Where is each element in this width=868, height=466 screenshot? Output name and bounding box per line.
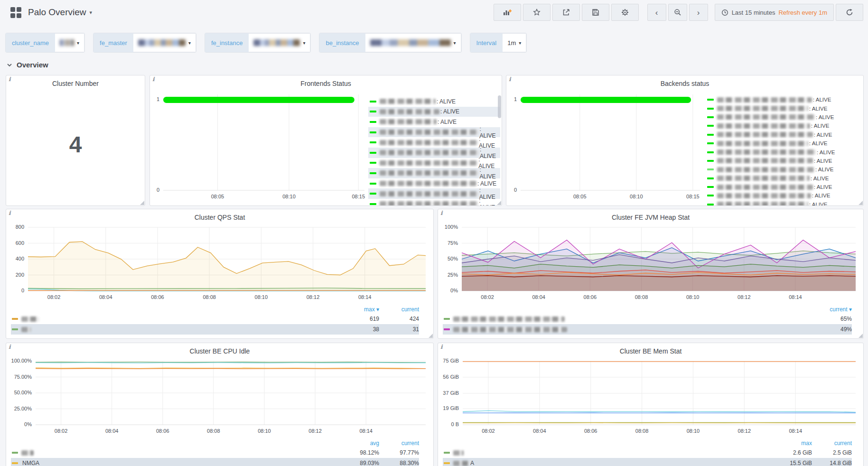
status-legend-row[interactable]: : ALIVE — [706, 95, 860, 104]
legend-row[interactable]: NMGA89.03%88.30% — [11, 458, 419, 466]
axis-tick-label: 08:08 — [196, 294, 223, 300]
legend-row[interactable]: 98.12%97.77% — [11, 447, 419, 458]
status-legend-row[interactable]: : ALIVE — [706, 174, 860, 183]
axis-tick-label: 08:15 — [345, 194, 372, 199]
resize-handle[interactable] — [859, 334, 863, 338]
resize-handle[interactable] — [429, 334, 433, 338]
resize-handle[interactable] — [497, 201, 501, 205]
status-legend-row[interactable]: : ALIVE — [368, 96, 500, 107]
zoom-out-icon — [674, 9, 681, 16]
jvm-heap-chart[interactable]: 08:0208:0408:0608:0808:1008:1208:14100%7… — [440, 224, 860, 301]
status-legend-row[interactable]: : ALIVE — [706, 113, 860, 121]
variable-fe-master[interactable]: fe_master ▾ — [93, 33, 196, 52]
panel-title[interactable]: Frontends Status — [150, 80, 502, 87]
status-legend-row[interactable]: : ALIVE — [706, 121, 860, 130]
row-title: Overview — [17, 61, 48, 69]
status-legend-row[interactable]: : ALIVE — [368, 168, 500, 178]
legend-row[interactable]: 49% — [443, 324, 852, 335]
legend-sort-column[interactable]: current — [379, 440, 419, 447]
redacted-host-name — [380, 140, 478, 145]
series-color-dash — [370, 183, 376, 185]
star-dashboard-button[interactable] — [523, 4, 551, 21]
status-legend-row[interactable]: : ALIVE — [706, 191, 860, 200]
legend-sort-column[interactable]: current — [812, 440, 852, 447]
cpu-idle-chart[interactable]: 08:0208:0408:0608:0808:1008:1208:14100.0… — [8, 357, 430, 435]
qps-chart[interactable]: 08:0208:0408:0608:0808:1008:1208:1480060… — [8, 224, 430, 301]
status-legend-row[interactable]: : ALIVE — [368, 199, 500, 206]
dashboard-title-caret-icon[interactable]: ▾ — [90, 9, 93, 16]
variable-be-instance[interactable]: be_instance ▾ — [319, 33, 461, 52]
time-range-label: Last 15 minutes — [732, 9, 775, 16]
status-legend-row[interactable]: : ALIVE — [706, 200, 860, 206]
panel-be-mem-stat: i Cluster BE Mem Stat 08:0208:0408:0608:… — [438, 343, 864, 466]
backends-status-chart[interactable]: 08:0508:1008:1510 — [510, 88, 702, 204]
legend-row[interactable]: 3831 — [11, 324, 419, 335]
panel-title[interactable]: Cluster BE CPU Idle — [6, 347, 433, 355]
jvm-legend: current ▾65%49% — [443, 305, 852, 335]
grafana-apps-icon[interactable] — [10, 7, 21, 18]
legend-sort-column[interactable]: current — [379, 306, 419, 313]
status-legend-row[interactable]: : ALIVE — [706, 165, 860, 174]
legend-row[interactable]: 2.6 GiB2.5 GiB — [443, 447, 852, 458]
panel-title[interactable]: Cluster QPS Stat — [6, 214, 433, 221]
panel-title[interactable]: Cluster BE Mem Stat — [438, 347, 863, 355]
redacted-host-name — [717, 106, 808, 111]
status-legend-row[interactable]: : ALIVE — [706, 104, 860, 112]
redacted-host-name — [717, 123, 810, 129]
axis-tick-label: 08:02 — [48, 428, 75, 434]
legend-sort-column[interactable]: avg — [339, 440, 379, 447]
series-color-swatch — [444, 328, 450, 330]
status-legend-row[interactable]: : ALIVE — [706, 148, 860, 156]
time-back-button[interactable]: ‹ — [647, 4, 666, 21]
status-legend-row[interactable]: : ALIVE — [706, 157, 860, 165]
add-panel-button[interactable] — [494, 4, 521, 21]
resize-handle[interactable] — [859, 201, 863, 205]
time-picker-button[interactable]: Last 15 minutes Refresh every 1m — [715, 4, 834, 21]
status-legend-row[interactable]: : ALIVE — [706, 130, 860, 139]
dashboard-title[interactable]: Palo Overview — [28, 7, 86, 18]
dashboard-settings-button[interactable] — [611, 4, 639, 21]
legend-row[interactable]: A15.5 GiB14.8 GiB — [443, 458, 852, 466]
status-legend-row[interactable]: : ALIVE — [706, 183, 860, 191]
resize-handle[interactable] — [140, 201, 144, 205]
axis-tick-label: 08:10 — [251, 428, 278, 434]
panel-title[interactable]: Backends status — [506, 80, 863, 87]
legend-row[interactable]: 65% — [443, 314, 852, 324]
panel-title[interactable]: Cluster FE JVM Heap Stat — [438, 214, 863, 221]
variable-interval[interactable]: Interval 1m▾ — [470, 33, 527, 52]
legend-row[interactable]: 619424 — [11, 314, 419, 324]
refresh-button[interactable] — [836, 4, 863, 21]
axis-tick-label: 25% — [440, 272, 458, 278]
redacted-host-name — [717, 149, 816, 155]
redacted-host-name — [380, 119, 437, 124]
status-text: : ALIVE — [815, 167, 833, 172]
redacted-host-name — [717, 132, 813, 137]
status-text: : ALIVE — [811, 123, 829, 129]
legend-scrollbar[interactable] — [498, 95, 501, 118]
status-legend-row[interactable]: : ALIVE — [368, 107, 500, 117]
variable-cluster-name[interactable]: cluster_name ▾ — [6, 33, 84, 52]
axis-tick-label: 08:06 — [577, 294, 603, 300]
legend-sort-column[interactable]: max ▾ — [339, 306, 379, 313]
panel-title[interactable]: Cluster Number — [6, 80, 145, 87]
save-dashboard-button[interactable] — [582, 4, 609, 21]
mem-stat-chart[interactable]: 08:0208:0408:0608:0808:1008:1208:1475 Gi… — [440, 357, 860, 435]
status-legend-row[interactable]: : ALIVE — [706, 139, 860, 148]
legend-sort-column[interactable]: current ▾ — [812, 306, 852, 313]
clock-icon — [721, 9, 728, 16]
variable-fe-instance[interactable]: fe_instance ▾ — [205, 33, 311, 52]
time-forward-button[interactable]: › — [689, 4, 708, 21]
axis-tick-label: 08:12 — [731, 428, 757, 434]
row-overview-toggle[interactable]: Overview — [7, 61, 48, 69]
zoom-out-button[interactable] — [668, 4, 687, 21]
series-color-swatch — [444, 452, 450, 454]
refresh-icon — [846, 9, 853, 16]
variable-label: fe_instance — [205, 33, 249, 52]
legend-value: 65% — [812, 316, 852, 322]
legend-sort-column[interactable]: max — [772, 440, 812, 447]
series-color-dash — [370, 111, 376, 112]
legend-value: 2.6 GiB — [772, 449, 812, 456]
share-dashboard-button[interactable] — [552, 4, 580, 21]
frontends-status-chart[interactable]: 08:0508:1008:1510 — [153, 88, 366, 204]
cluster-number-value: 4 — [6, 131, 145, 158]
